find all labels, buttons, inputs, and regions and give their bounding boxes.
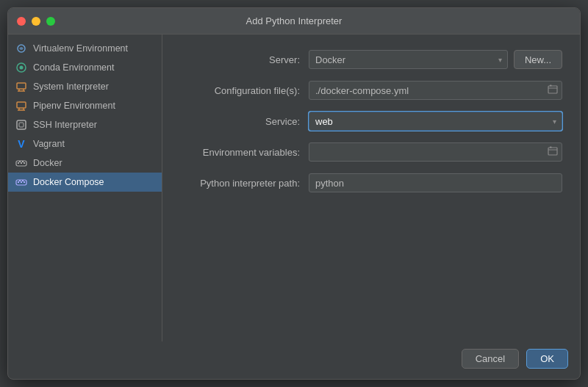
sidebar-item-docker-compose[interactable]: Docker Compose — [8, 173, 162, 192]
config-field — [309, 81, 562, 100]
env-row: Environment variables: — [180, 142, 562, 162]
sidebar-label-ssh: SSH Interpreter — [33, 120, 97, 130]
sidebar-label-pipenv: Pipenv Environment — [33, 101, 115, 111]
svg-rect-28 — [550, 146, 552, 148]
svg-rect-17 — [19, 161, 21, 162]
sidebar-label-virtualenv: Virtualenv Environment — [33, 43, 128, 54]
env-input[interactable] — [309, 142, 562, 162]
svg-rect-3 — [17, 83, 26, 89]
ok-button[interactable]: OK — [526, 349, 568, 369]
sidebar-label-docker: Docker — [33, 158, 62, 168]
service-select[interactable]: web — [309, 112, 562, 131]
sidebar-item-vagrant[interactable]: V Vagrant — [8, 134, 162, 153]
service-select-wrapper: web ▾ — [309, 112, 562, 131]
system-icon — [15, 81, 27, 93]
svg-rect-20 — [18, 181, 19, 183]
dialog-title: Add Python Interpreter — [246, 15, 343, 26]
svg-rect-12 — [19, 123, 24, 127]
svg-rect-27 — [548, 148, 557, 155]
env-browse-button[interactable] — [546, 145, 559, 160]
sidebar-label-docker-compose: Docker Compose — [33, 177, 104, 187]
svg-rect-24 — [22, 180, 24, 181]
server-field: Docker ▾ New... — [309, 50, 562, 69]
minimize-button[interactable] — [32, 17, 40, 26]
spacer — [180, 203, 562, 327]
sidebar: Virtualenv Environment Conda Environment… — [8, 35, 162, 341]
svg-rect-15 — [21, 162, 22, 164]
pipenv-icon — [15, 100, 27, 112]
server-row: Server: Docker ▾ New... — [180, 49, 562, 70]
sidebar-item-docker[interactable]: Docker — [8, 153, 162, 173]
config-label: Configuration file(s): — [180, 85, 309, 96]
docker-icon — [15, 157, 27, 169]
server-select[interactable]: Docker — [309, 50, 508, 69]
svg-rect-14 — [18, 162, 19, 164]
conda-icon — [15, 62, 27, 73]
virtualenv-icon — [15, 43, 27, 54]
vagrant-icon: V — [15, 138, 27, 150]
title-bar: Add Python Interpreter — [8, 8, 580, 35]
svg-rect-7 — [17, 102, 26, 108]
service-row: Service: web ▾ — [180, 111, 562, 131]
svg-rect-25 — [548, 86, 557, 93]
path-field — [309, 173, 562, 192]
browse-icon — [548, 84, 558, 95]
svg-rect-23 — [19, 180, 21, 181]
maximize-button[interactable] — [46, 17, 55, 26]
svg-rect-22 — [24, 181, 25, 183]
footer: Cancel OK — [8, 341, 580, 379]
env-browse-icon — [548, 146, 558, 156]
svg-rect-26 — [550, 84, 552, 86]
sidebar-item-conda[interactable]: Conda Environment — [8, 58, 162, 77]
env-label: Environment variables: — [180, 147, 309, 158]
close-button[interactable] — [17, 17, 26, 26]
env-input-wrapper — [309, 142, 562, 162]
sidebar-label-vagrant: Vagrant — [33, 139, 65, 149]
dialog-body: Virtualenv Environment Conda Environment… — [8, 35, 580, 341]
new-button[interactable]: New... — [514, 50, 562, 69]
sidebar-label-conda: Conda Environment — [33, 62, 114, 73]
cancel-button[interactable]: Cancel — [462, 349, 519, 369]
path-input[interactable] — [309, 173, 562, 192]
config-row: Configuration file(s): — [180, 80, 562, 101]
sidebar-item-system[interactable]: System Interpreter — [8, 77, 162, 96]
config-input[interactable] — [309, 81, 562, 100]
path-row: Python interpreter path: — [180, 173, 562, 193]
svg-rect-16 — [24, 162, 25, 164]
sidebar-label-system: System Interpreter — [33, 82, 109, 92]
svg-rect-11 — [17, 120, 26, 129]
server-label: Server: — [180, 54, 309, 65]
main-content: Server: Docker ▾ New... Configuration fi… — [162, 35, 580, 341]
service-field: web ▾ — [309, 112, 562, 131]
server-select-wrapper: Docker ▾ — [309, 50, 508, 69]
window-controls — [17, 17, 55, 26]
sidebar-item-virtualenv[interactable]: Virtualenv Environment — [8, 39, 162, 58]
ssh-icon — [15, 119, 27, 131]
svg-rect-18 — [22, 161, 24, 162]
config-browse-button[interactable] — [546, 83, 559, 98]
svg-rect-21 — [21, 181, 22, 183]
svg-point-2 — [20, 66, 24, 70]
config-input-wrapper — [309, 81, 562, 100]
sidebar-item-ssh[interactable]: SSH Interpreter — [8, 115, 162, 134]
path-label: Python interpreter path: — [180, 178, 309, 189]
service-label: Service: — [180, 116, 309, 127]
sidebar-item-pipenv[interactable]: Pipenv Environment — [8, 96, 162, 115]
add-interpreter-dialog: Add Python Interpreter Virtualenv Enviro… — [7, 7, 581, 380]
docker-compose-icon — [15, 176, 27, 188]
env-field — [309, 142, 562, 162]
